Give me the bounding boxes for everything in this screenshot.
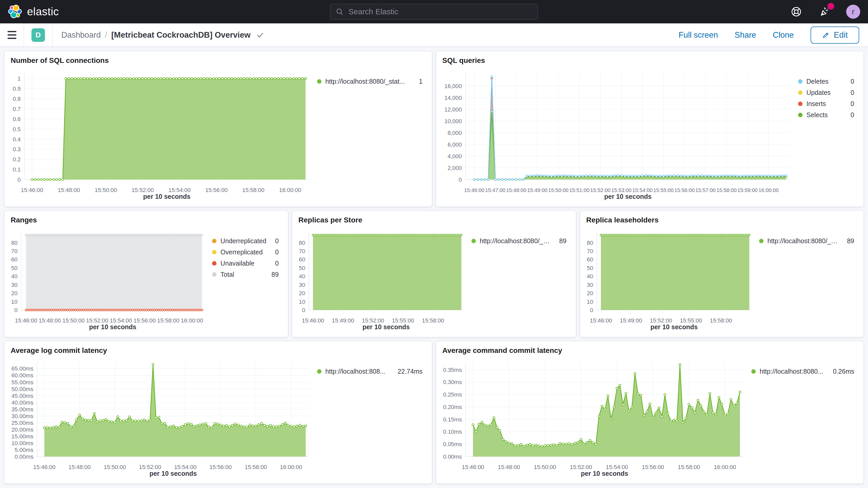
svg-text:15:58:00: 15:58:00 (716, 187, 737, 193)
full-screen-button[interactable]: Full screen (679, 30, 718, 40)
legend-value: 89 (555, 237, 566, 245)
svg-text:per 10 seconds: per 10 seconds (581, 470, 628, 477)
avatar-letter: r (852, 7, 855, 16)
search-icon (336, 7, 344, 16)
svg-text:15:56:00: 15:56:00 (642, 464, 664, 470)
legend-value: 0.26ms (828, 368, 854, 375)
svg-text:0: 0 (590, 307, 593, 313)
edit-button[interactable]: Edit (811, 27, 859, 44)
svg-text:0.3: 0.3 (13, 146, 21, 153)
user-avatar[interactable]: r (846, 5, 860, 19)
svg-text:15:58:00: 15:58:00 (157, 317, 180, 324)
svg-text:50: 50 (587, 265, 593, 271)
svg-text:15:46:00: 15:46:00 (590, 317, 612, 324)
global-search[interactable] (330, 4, 538, 20)
svg-text:15:52:00: 15:52:00 (362, 317, 384, 324)
svg-text:15:49:00: 15:49:00 (620, 317, 642, 324)
legend-item[interactable]: http://localhost:8080/_sta... 89 (759, 237, 854, 245)
svg-text:0.10ms: 0.10ms (443, 428, 462, 435)
svg-text:15:59:00: 15:59:00 (738, 187, 758, 193)
whats-new-button[interactable] (817, 4, 832, 19)
legend-item[interactable]: http://localhost:8080/_stat... 1 (317, 78, 423, 85)
svg-text:0: 0 (18, 177, 21, 183)
svg-text:15:52:00: 15:52:00 (590, 187, 611, 193)
svg-text:2,000: 2,000 (447, 165, 462, 171)
main-menu-button[interactable] (0, 23, 24, 47)
svg-text:15:57:00: 15:57:00 (695, 187, 716, 193)
legend-item[interactable]: Unavailable 0 (212, 260, 279, 267)
legend-item[interactable]: http://localhost:8080... 0.26ms (751, 368, 854, 375)
series-dot (798, 113, 803, 117)
legend-item[interactable]: Total 89 (212, 271, 279, 278)
legend: http://localhost:8080/_sta... 89 (757, 225, 862, 336)
chart-sql-queries: 02,0004,0006,0008,00010,00012,00014,0001… (439, 66, 797, 206)
svg-text:70: 70 (299, 248, 305, 254)
svg-text:15:56:00: 15:56:00 (210, 464, 232, 470)
svg-text:45.00ms: 45.00ms (11, 393, 33, 399)
legend-value: 0 (846, 89, 854, 96)
clone-button[interactable]: Clone (773, 30, 794, 40)
legend-item[interactable]: Underreplicated 0 (212, 237, 279, 245)
series-dot (212, 239, 216, 243)
space-badge[interactable]: D (31, 28, 45, 42)
legend-item[interactable]: http://localhost:8080/_sta... 89 (471, 237, 566, 245)
legend-item[interactable]: Deletes 0 (798, 78, 854, 85)
legend-item[interactable]: Selects 0 (798, 111, 854, 119)
svg-text:30.00ms: 30.00ms (11, 413, 33, 419)
svg-text:10.00ms: 10.00ms (11, 440, 33, 447)
svg-text:per 10 seconds: per 10 seconds (143, 193, 190, 200)
chart-number-of-sql-connections: 00.10.20.30.40.50.60.70.80.9115:46:0015:… (7, 66, 315, 206)
svg-text:70: 70 (11, 248, 18, 254)
svg-text:20: 20 (11, 290, 18, 297)
svg-text:15.00ms: 15.00ms (11, 433, 33, 440)
svg-text:15:58:00: 15:58:00 (242, 187, 265, 193)
svg-text:15:55:00: 15:55:00 (392, 317, 414, 324)
top-navigation-bar: elastic (0, 0, 868, 23)
legend-item[interactable]: Updates 0 (798, 89, 854, 96)
svg-text:60: 60 (299, 256, 305, 263)
legend-label: Inserts (806, 100, 826, 108)
svg-text:15:46:00: 15:46:00 (464, 187, 485, 193)
svg-text:15:46:00: 15:46:00 (302, 317, 324, 324)
svg-text:60: 60 (11, 256, 18, 263)
legend-label: Deletes (806, 78, 829, 85)
svg-text:16:00:00: 16:00:00 (280, 464, 302, 470)
search-input[interactable] (348, 7, 532, 17)
series-dot (212, 272, 216, 277)
svg-text:0.2: 0.2 (13, 156, 21, 163)
legend-label: http://localhost:8080/_stat... (326, 78, 405, 85)
svg-text:15:58:00: 15:58:00 (710, 317, 732, 324)
breadcrumb: Dashboard / [Metricbeat CockroachDB] Ove… (53, 30, 264, 40)
svg-text:15:48:00: 15:48:00 (498, 464, 520, 470)
svg-text:30: 30 (11, 282, 18, 288)
svg-text:15:52:00: 15:52:00 (139, 464, 161, 470)
svg-text:8,000: 8,000 (447, 130, 462, 136)
legend-item[interactable]: Overreplicated 0 (212, 248, 279, 256)
svg-text:70: 70 (587, 248, 593, 254)
svg-text:40: 40 (11, 273, 18, 280)
share-button[interactable]: Share (735, 30, 756, 40)
svg-text:40: 40 (587, 273, 593, 280)
svg-text:6,000: 6,000 (447, 141, 462, 148)
legend-item[interactable]: http://localhost:808... 22.74ms (317, 368, 423, 375)
svg-text:15:54:00: 15:54:00 (174, 464, 196, 470)
legend-value: 0 (270, 237, 279, 245)
svg-text:80: 80 (11, 240, 18, 246)
legend-value: 0 (846, 111, 854, 119)
svg-text:15:48:00: 15:48:00 (68, 464, 91, 470)
svg-text:0.00ms: 0.00ms (443, 453, 462, 460)
svg-text:14,000: 14,000 (444, 95, 462, 101)
elastic-logo[interactable]: elastic (8, 4, 59, 19)
svg-text:per 10 seconds: per 10 seconds (89, 323, 136, 331)
svg-text:0.4: 0.4 (13, 136, 21, 143)
panel-replica-leaseholders: Replica leaseholders 0102030405060708015… (580, 211, 864, 337)
svg-text:15:53:00: 15:53:00 (611, 187, 631, 193)
saved-check-icon[interactable] (256, 31, 264, 39)
breadcrumb-dashboard-link[interactable]: Dashboard (61, 30, 101, 40)
svg-text:30: 30 (587, 282, 593, 288)
help-icon (790, 6, 802, 18)
help-button[interactable] (789, 4, 804, 19)
dashboard-toolbar: D Dashboard / [Metricbeat CockroachDB] O… (0, 23, 868, 47)
panel-sql-queries: SQL queries 02,0004,0006,0008,00010,0001… (436, 51, 864, 207)
legend-item[interactable]: Inserts 0 (798, 100, 854, 108)
